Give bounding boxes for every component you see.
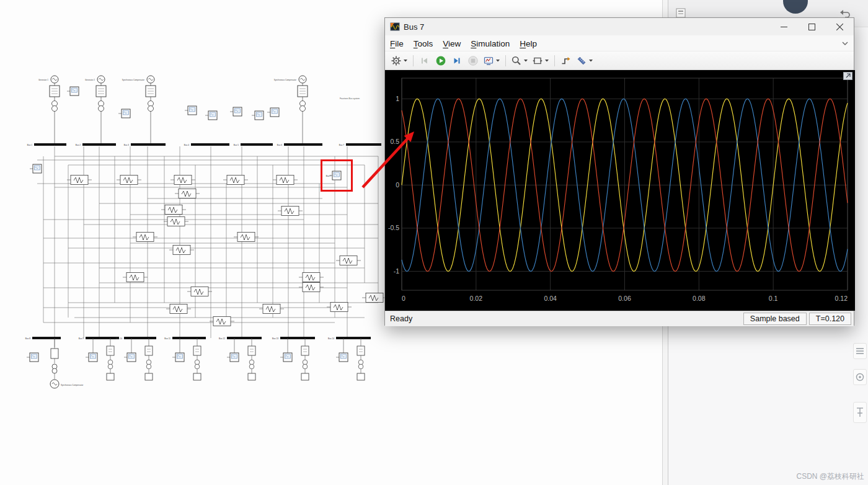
x-tick-label: 0.08 xyxy=(693,295,706,302)
line-block[interactable] xyxy=(169,246,194,255)
step-forward-button[interactable] xyxy=(450,53,464,68)
step-forward-icon xyxy=(451,55,463,66)
menubar: FileToolsViewSimulationHelp xyxy=(385,35,854,51)
zoom-button[interactable] xyxy=(510,53,529,68)
bus-bar[interactable]: Bus 13 xyxy=(272,337,315,340)
bus-bar[interactable]: Bus 11 xyxy=(164,337,206,340)
bus-measurement-group[interactable] xyxy=(280,338,309,380)
bus-bar[interactable]: Bus 5 xyxy=(234,144,273,146)
line-block[interactable] xyxy=(278,207,303,216)
scope-block[interactable] xyxy=(205,111,217,120)
status-state: Ready xyxy=(385,314,412,323)
scope-block[interactable] xyxy=(227,353,239,362)
scope-block[interactable] xyxy=(230,107,242,116)
run-button[interactable] xyxy=(433,53,448,68)
menu-tools[interactable]: Tools xyxy=(409,37,438,50)
titlebar[interactable]: Bus 7 xyxy=(385,18,854,35)
line-block[interactable] xyxy=(234,233,259,242)
close-button[interactable] xyxy=(826,18,854,35)
generator-unit[interactable]: Generator 2 xyxy=(85,76,106,145)
bus-bar[interactable]: Bus 14 xyxy=(328,337,371,340)
toc-icon[interactable] xyxy=(853,343,867,359)
bus-measurement-group[interactable] xyxy=(336,338,365,380)
bus-bar[interactable]: Bus 4 xyxy=(184,144,229,146)
bus-measurement-group[interactable] xyxy=(227,338,255,380)
bus-bar[interactable]: Bus 10 xyxy=(116,337,156,340)
line-block[interactable] xyxy=(299,283,324,292)
scope-block[interactable] xyxy=(280,353,292,362)
scope-plot-area[interactable]: 10.50-0.5-100.020.040.060.080.10.12 xyxy=(385,70,855,311)
waveform-plot[interactable]: 10.50-0.5-100.020.040.060.080.10.12 xyxy=(385,70,855,311)
line-block[interactable] xyxy=(223,176,248,185)
misc-tool-icon[interactable] xyxy=(853,402,867,423)
scope-block[interactable] xyxy=(267,108,279,117)
scope-settings-button[interactable] xyxy=(482,53,502,68)
scope-block[interactable] xyxy=(118,109,130,118)
status-sample-mode: Sample based xyxy=(743,313,807,325)
line-block[interactable] xyxy=(166,305,191,314)
bus-bar[interactable]: Bus 1 xyxy=(27,144,66,146)
x-tick-label: 0.04 xyxy=(544,295,557,302)
menu-simulation[interactable]: Simulation xyxy=(466,37,515,50)
scope-block[interactable] xyxy=(252,111,264,120)
toolbar xyxy=(385,51,854,70)
toolbar-collapse-icon[interactable] xyxy=(841,41,849,46)
synchronous-compensator-unit[interactable]: Synchronous Compensator xyxy=(27,338,83,388)
measurements-button[interactable] xyxy=(575,53,595,68)
svg-text:Generator 2: Generator 2 xyxy=(85,79,95,81)
window-title: Bus 7 xyxy=(404,22,424,32)
line-block[interactable] xyxy=(161,205,186,215)
line-block[interactable] xyxy=(362,293,387,303)
scope-block[interactable] xyxy=(124,353,136,362)
svg-text:Synchronous Compensator: Synchronous Compensator xyxy=(122,79,144,81)
measure-icon xyxy=(576,55,587,66)
scope-block[interactable] xyxy=(30,164,42,173)
bus-bar[interactable]: Bus 12 xyxy=(219,337,262,340)
step-back-icon xyxy=(419,55,430,66)
line-block[interactable] xyxy=(123,273,148,282)
menu-file[interactable]: File xyxy=(385,37,409,50)
maximize-button[interactable] xyxy=(798,18,826,35)
menu-help[interactable]: Help xyxy=(515,37,542,50)
line-block[interactable] xyxy=(187,287,212,296)
bus-bar[interactable]: Bus 7 xyxy=(339,144,381,146)
bus-measurement-group[interactable] xyxy=(124,338,153,380)
line-block[interactable] xyxy=(117,176,141,185)
line-block[interactable] xyxy=(273,176,298,185)
bus-bar[interactable]: Bus 6 xyxy=(277,144,322,146)
undock-icon[interactable] xyxy=(843,72,852,80)
scope-block[interactable] xyxy=(185,106,197,115)
badge-icon[interactable] xyxy=(853,369,867,385)
line-block[interactable] xyxy=(259,305,284,314)
gear-icon xyxy=(391,55,402,66)
scope-block[interactable] xyxy=(336,353,348,362)
line-block[interactable] xyxy=(67,176,92,185)
scope-block[interactable] xyxy=(172,353,184,362)
bus-bar[interactable]: Bus 3 xyxy=(124,144,166,146)
bus-measurement-group[interactable] xyxy=(86,338,114,380)
scope-block[interactable] xyxy=(67,87,79,96)
bus-bar[interactable]: Bus 2 xyxy=(76,144,116,146)
settings-button[interactable] xyxy=(389,53,409,68)
svg-text:Bus 9: Bus 9 xyxy=(79,337,84,340)
line-block[interactable] xyxy=(133,233,157,242)
generator-unit[interactable]: Generator 1 xyxy=(38,76,60,145)
bus-bar[interactable]: Bus 8 xyxy=(25,337,61,340)
bus-bar[interactable]: Bus 9 xyxy=(79,337,119,340)
line-block[interactable] xyxy=(175,189,200,198)
line-block[interactable] xyxy=(210,317,234,326)
bus-measurement-group[interactable] xyxy=(172,338,201,380)
fit-to-view-button[interactable] xyxy=(531,53,551,68)
svg-text:Synchronous Compensator: Synchronous Compensator xyxy=(61,384,83,386)
scope-block[interactable] xyxy=(27,353,38,362)
line-block[interactable] xyxy=(299,273,324,282)
scope-block[interactable] xyxy=(86,353,97,362)
menu-view[interactable]: View xyxy=(438,37,466,50)
minimize-button[interactable] xyxy=(770,18,798,35)
line-block[interactable] xyxy=(170,176,195,185)
line-block[interactable] xyxy=(327,303,352,312)
chevron-down-icon xyxy=(588,59,593,63)
trigger-button[interactable] xyxy=(559,53,574,68)
line-block[interactable] xyxy=(164,217,188,226)
line-block[interactable] xyxy=(336,256,361,265)
